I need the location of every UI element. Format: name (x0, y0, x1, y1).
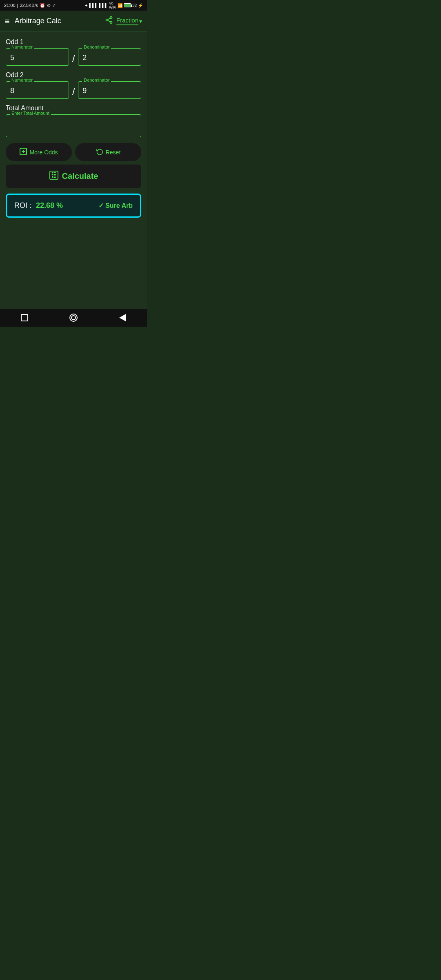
vpn-icon: ✓ (52, 3, 56, 8)
app-title: Arbitrage Calc (15, 17, 105, 25)
nav-back-button[interactable] (117, 312, 128, 323)
svg-line-4 (108, 18, 110, 19)
wifi-icon: 📶 (118, 3, 122, 8)
total-amount-field-group: Enter Total Amount (6, 114, 141, 137)
home-icon (69, 314, 78, 322)
odd2-denominator-label: Denominator (82, 78, 111, 82)
battery-percent: 32 (132, 3, 137, 8)
sync-icon: ⊙ (47, 3, 51, 8)
app-bar-actions: Fraction ▾ (105, 16, 142, 26)
odd2-section: Odd 2 Numerator / Denominator (6, 71, 141, 99)
buttons-row: More Odds Reset (6, 143, 141, 161)
odd1-denominator-group: Denominator (78, 48, 141, 66)
odd2-divider: / (72, 83, 75, 98)
odd1-numerator-group: Numerator (6, 48, 69, 66)
odd1-numerator-label: Numerator (10, 45, 34, 49)
odd1-row: Numerator / Denominator (6, 48, 141, 66)
more-odds-label: More Odds (29, 149, 58, 156)
reset-button[interactable]: Reset (75, 143, 141, 161)
total-amount-input[interactable] (6, 114, 141, 137)
odd1-numerator-input[interactable] (6, 48, 69, 66)
charging-icon: ⚡ (138, 3, 143, 8)
odd1-section: Odd 1 Numerator / Denominator (6, 38, 141, 66)
fraction-label: Fraction (116, 17, 138, 25)
recent-apps-icon (21, 314, 28, 321)
signal-icon1: ▌▌▌ (89, 3, 98, 8)
nav-home-button[interactable] (68, 312, 79, 323)
roi-value: 22.68 % (36, 201, 63, 209)
total-amount-field-label: Enter Total Amount (10, 111, 51, 116)
roi-left: ROI : 22.68 % (14, 201, 63, 210)
status-bar-left: 21:00 | 22.5KB/s ⏰ ⊙ ✓ (4, 3, 56, 8)
alarm-icon: ⏰ (40, 3, 45, 8)
checkmark-icon: ✓ (98, 202, 104, 209)
network-speed: | (17, 3, 18, 8)
sure-arb-label: Sure Arb (105, 202, 133, 209)
plus-box-icon (20, 148, 27, 156)
odd2-denominator-group: Denominator (78, 81, 141, 99)
calculate-label: Calculate (62, 172, 98, 181)
signal-icon2: ▌▌▌ (99, 3, 108, 8)
roi-result-box: ROI : 22.68 % ✓ Sure Arb (6, 194, 141, 218)
main-content: Odd 1 Numerator / Denominator Odd 2 Nume… (0, 32, 147, 309)
odd1-denominator-label: Denominator (82, 45, 111, 49)
more-odds-button[interactable]: More Odds (6, 143, 72, 161)
nav-bar (0, 309, 147, 327)
total-amount-section: Total Amount Enter Total Amount (6, 105, 141, 137)
calculator-icon (49, 170, 59, 182)
odd2-numerator-group: Numerator (6, 81, 69, 99)
share-icon[interactable] (105, 16, 113, 26)
roi-label: ROI : 22.68 % (14, 201, 63, 209)
hamburger-menu-icon[interactable]: ≡ (5, 17, 10, 25)
odd1-denominator-input[interactable] (78, 48, 141, 66)
bluetooth-icon: ✦ (85, 3, 88, 8)
status-bar: 21:00 | 22.5KB/s ⏰ ⊙ ✓ ✦ ▌▌▌ ▌▌▌ VoWiFi … (0, 0, 147, 11)
odd2-denominator-input[interactable] (78, 81, 141, 99)
odd2-row: Numerator / Denominator (6, 81, 141, 99)
odd2-numerator-label: Numerator (10, 78, 34, 82)
reset-label: Reset (106, 149, 121, 156)
status-bar-right: ✦ ▌▌▌ ▌▌▌ VoWiFi 📶 32 ⚡ (85, 1, 143, 9)
reset-icon (96, 148, 103, 156)
dropdown-arrow-icon: ▾ (139, 18, 142, 24)
calculate-button[interactable]: Calculate (6, 165, 141, 188)
battery-icon (124, 3, 131, 7)
odd2-numerator-input[interactable] (6, 81, 69, 99)
nav-recent-apps-button[interactable] (19, 312, 30, 323)
time: 21:00 (4, 3, 16, 8)
sure-arb-badge: ✓ Sure Arb (98, 202, 133, 209)
app-bar: ≡ Arbitrage Calc Fraction ▾ (0, 11, 147, 32)
odd1-divider: / (72, 50, 75, 65)
roi-label-text: ROI : (14, 201, 31, 209)
back-icon (119, 314, 126, 321)
svg-line-3 (108, 20, 110, 22)
network-speed-value: 22.5KB/s (20, 3, 38, 8)
vowifi-icon: VoWiFi (109, 1, 116, 9)
fraction-dropdown[interactable]: Fraction ▾ (116, 17, 142, 25)
